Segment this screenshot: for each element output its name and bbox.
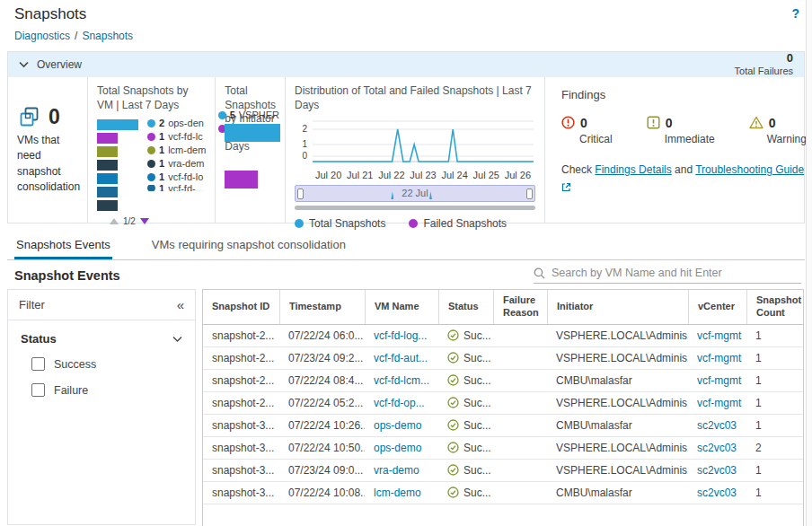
pager-page-label: 1/2 (123, 216, 136, 226)
breadcrumb-diagnostics[interactable]: Diagnostics (14, 30, 70, 42)
table-cell: 1 (746, 370, 803, 391)
chevron-down-icon (172, 336, 182, 343)
total-failures-value: 0 (735, 52, 793, 66)
overview-header[interactable]: Overview 0 Total Failures (8, 52, 804, 77)
troubleshooting-guide-link[interactable]: Troubleshooting Guide (695, 163, 804, 176)
vcenter-link[interactable]: sc2vc03 (697, 442, 737, 454)
by-vm-legend: 2ops-den1vcf-fd-lc1lcm-dem1vra-dem1vcf-f… (144, 118, 206, 214)
table-cell (493, 370, 547, 391)
y-axis-tick: 2 (302, 124, 307, 134)
vm-name-link[interactable]: vcf-fd-aut... (374, 352, 428, 364)
table-cell: CMBU\malasfar (547, 370, 688, 391)
pager-up-icon[interactable] (110, 218, 119, 224)
findings-details-link[interactable]: Findings Details (595, 163, 671, 176)
findings-title: Findings (561, 88, 807, 101)
vm-bar (97, 119, 138, 130)
page-vertical-scrollbar[interactable] (806, 0, 812, 526)
vm-name-link[interactable]: ops-demo (374, 419, 421, 432)
critical-icon (561, 116, 575, 129)
legend-label: vcf-fd-lc (168, 131, 203, 142)
table-row: snapshot-2...07/22/24 05:2...vcf-fd-op..… (203, 392, 803, 415)
immediate-label: Immediate (665, 133, 715, 145)
table-cell: sc2vc03 (688, 415, 746, 436)
table-cell: snapshot-2... (203, 392, 279, 414)
by-vm-bars (97, 118, 144, 214)
distribution-x-ticks: Jul 20Jul 21Jul 22Jul 23Jul 24Jul 25Jul … (313, 170, 534, 180)
filter-status-section[interactable]: Status (8, 320, 195, 351)
legend-label: VSPHER (239, 110, 279, 120)
vcenter-link[interactable]: vcf-mgmt (697, 374, 741, 387)
checkbox-label: Failure (54, 384, 88, 397)
vcenter-link[interactable]: sc2vc03 (697, 464, 737, 477)
vm-bar (97, 173, 118, 184)
vm-name-link[interactable]: ops-demo (374, 442, 421, 454)
vcenter-link[interactable]: vcf-mgmt (697, 352, 741, 364)
table-cell: vcf-mgmt (688, 347, 746, 369)
vm-bar (97, 200, 118, 211)
chart-horizontal-scrollbar[interactable] (295, 206, 535, 210)
slider-left-handle[interactable] (297, 188, 304, 199)
table-cell: snapshot-3... (203, 415, 279, 436)
x-axis-tick: Jul 25 (471, 170, 502, 180)
table-cell (493, 415, 547, 436)
table-cell: 1 (746, 347, 803, 369)
vm-bar (97, 133, 118, 144)
success-check-icon (447, 464, 459, 476)
vcenter-link[interactable]: vcf-mgmt (697, 329, 741, 342)
pager-down-icon[interactable] (140, 218, 149, 224)
series-legend-item: Failed Snapshots (409, 217, 507, 230)
legend-dot-icon (147, 160, 155, 168)
vm-name-link[interactable]: vcf-fd-log... (374, 329, 427, 342)
overview-panel: Overview 0 Total Failures 0 VMs that nee… (7, 51, 805, 224)
legend-item: 1vcf-fd-lo (147, 171, 206, 182)
table-cell: ops-demo (365, 415, 438, 436)
overview-label: Overview (37, 58, 82, 71)
time-range-slider[interactable]: 22 Jul (295, 185, 535, 202)
table-cell: Suc... (438, 482, 493, 504)
help-icon[interactable]: ? (791, 6, 799, 21)
slider-right-handle[interactable] (526, 188, 533, 199)
section-title: Snapshot Events (14, 268, 120, 283)
y-axis-tick: 0 (302, 151, 307, 161)
table-cell: 1 (746, 325, 803, 346)
x-axis-tick: Jul 26 (502, 170, 534, 180)
vm-name-link[interactable]: vcf-fd-op... (374, 397, 425, 409)
table-cell: 07/22/24 10:26... (279, 415, 365, 436)
vm-name-link[interactable]: vra-demo (374, 464, 419, 477)
table-cell: VSPHERE.LOCAL\Adminis... (547, 437, 688, 459)
table-cell: Suc... (438, 415, 493, 436)
chevron-down-icon (19, 61, 29, 68)
vm-name-link[interactable]: vcf-fd-lcm... (374, 374, 429, 387)
failure-checkbox[interactable] (31, 383, 45, 397)
table-cell: Suc... (438, 460, 493, 481)
breadcrumb-snapshots[interactable]: Snapshots (82, 30, 133, 42)
table-cell: Suc... (438, 347, 493, 369)
legend-item: 1lcm-dem (147, 145, 206, 155)
distribution-line-plot: 210 (295, 118, 535, 166)
vcenter-link[interactable]: vcf-mgmt (697, 397, 741, 409)
search-input[interactable] (552, 267, 801, 279)
by-vm-title: Total Snapshots by VM | Last 7 Days (97, 84, 206, 112)
column-header: vCenter (688, 290, 746, 324)
table-cell: Suc... (438, 325, 493, 346)
note-middle: and (672, 163, 695, 176)
snapshots-page: Snapshots ? Diagnostics/Snapshots Overvi… (0, 0, 812, 526)
consolidation-count: 0 (49, 105, 60, 129)
vcenter-link[interactable]: sc2vc03 (697, 419, 737, 432)
legend-dot-icon (147, 173, 155, 181)
table-row: snapshot-3...07/22/24 10:08...lcm-demoSu… (203, 482, 803, 504)
table-cell: vcf-fd-op... (365, 392, 438, 414)
success-check-icon (447, 374, 459, 386)
vm-search (534, 267, 801, 284)
success-check-icon (447, 487, 459, 498)
tab-vms-requiring-consolidation[interactable]: VMs requiring snapshot consolidation (150, 233, 348, 259)
vm-name-link[interactable]: lcm-demo (374, 487, 421, 499)
finding-critical: 0 Critical (561, 116, 613, 145)
success-checkbox[interactable] (31, 357, 45, 371)
table-cell (493, 392, 547, 414)
filter-panel: Filter « Status SuccessFailure (7, 289, 196, 525)
vcenter-link[interactable]: sc2vc03 (697, 487, 737, 499)
collapse-panel-icon[interactable]: « (177, 298, 184, 311)
column-header: Status (438, 290, 493, 324)
tab-snapshots-events[interactable]: Snapshots Events (14, 233, 112, 259)
